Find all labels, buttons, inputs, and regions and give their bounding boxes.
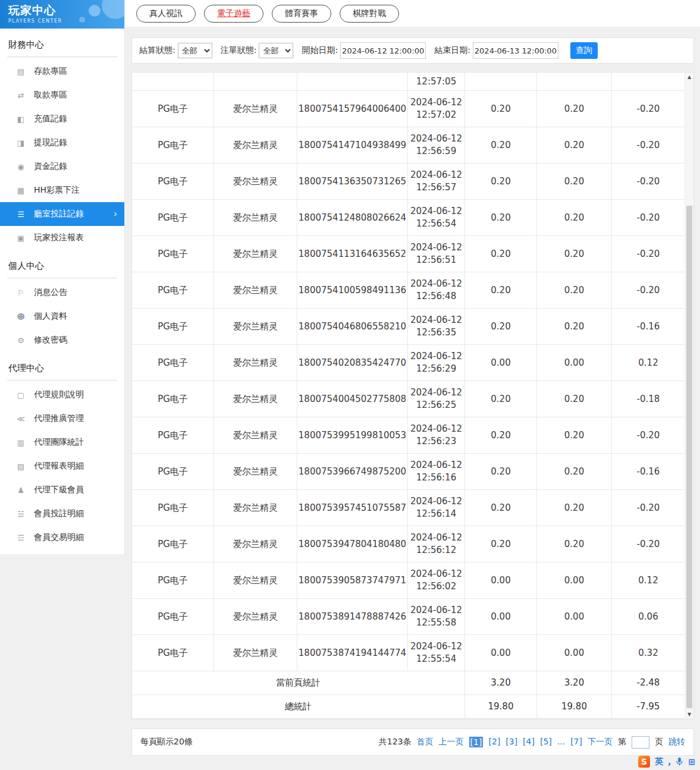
sidebar-item-agent-promotion[interactable]: ≪代理推廣管理	[0, 407, 124, 430]
sidebar-item-agent-rules[interactable]: ▢代理規則說明	[0, 383, 124, 407]
table-row: PG电子爱尔兰精灵18007540045027758082024-06-1212…	[132, 381, 685, 417]
prev-page-link[interactable]: 上一页	[439, 737, 464, 747]
cell-bet-amount: 0.00	[465, 635, 537, 671]
withdrawal-record-icon: ◨	[15, 139, 26, 147]
cell-profit: -0.16	[612, 454, 685, 489]
microphone-icon[interactable]	[676, 757, 683, 766]
sidebar-menu: 財務中心▤存款專區⇄取款專區◧充值記錄◨提現記錄◉資金記錄▦HH彩票下注☰廳室投…	[0, 29, 124, 549]
tab-sports-events[interactable]: 體育賽事	[272, 5, 331, 23]
cell-platform: PG电子	[132, 635, 214, 671]
page-ellipsis: ...	[557, 737, 565, 747]
sidebar-section-agent-center: 代理中心▢代理規則說明≪代理推廣管理▥代理團隊統計▧代理報表明細♟代理下級會員☱…	[0, 352, 124, 549]
cell-platform: PG电子	[132, 236, 214, 272]
sidebar-item-agent-report-detail[interactable]: ▧代理報表明細	[0, 454, 124, 478]
scroll-down-icon[interactable]: ▼	[685, 710, 693, 719]
sidebar-item-label: 個人資料	[34, 311, 67, 322]
sidebar-item-change-password[interactable]: ⚙修改密碼	[0, 328, 124, 352]
page-summary-row: 當前頁統計 3.20 3.20 -2.48	[132, 671, 685, 695]
decor-bubble	[89, 5, 101, 17]
page-summary-valid: 3.20	[537, 671, 612, 694]
sidebar-item-withdrawal-record[interactable]: ◨提現記錄	[0, 131, 124, 155]
jump-before-label: 第	[618, 737, 626, 747]
sidebar-item-label: 代理團隊統計	[34, 437, 84, 448]
sidebar-item-room-bet-record[interactable]: ☰廳室投註記錄›	[0, 202, 124, 226]
cell-game: 爱尔兰精灵	[214, 127, 297, 163]
page-link-5[interactable]: [5]	[540, 737, 552, 747]
cell-valid-amount: 0.20	[537, 381, 612, 417]
sidebar-item-member-bet-detail[interactable]: ☱會員投註明細	[0, 502, 124, 526]
tab-electronic-games[interactable]: 電子遊藝	[204, 5, 263, 23]
sidebar-item-agent-team-stats[interactable]: ▥代理團隊統計	[0, 430, 124, 454]
jump-button[interactable]: 跳转	[668, 737, 685, 747]
start-date-input[interactable]	[340, 42, 426, 59]
cell-valid-amount: 0.20	[537, 309, 612, 344]
page-jump-input[interactable]	[632, 736, 649, 749]
cell-order-number: 1800754046806558210	[297, 309, 408, 344]
sidebar-item-personal-info[interactable]: ☻個人資料	[0, 304, 124, 328]
table-row: PG电子爱尔兰精灵18007541363507312652024-06-1212…	[132, 164, 685, 200]
tab-live-video[interactable]: 真人視訊	[136, 5, 196, 23]
scrollbar-thumb[interactable]	[686, 206, 692, 708]
sidebar-item-label: 會員投註明細	[34, 508, 84, 519]
ime-keyboard-icon[interactable]: ⊞	[688, 757, 695, 766]
cell-valid-amount: 0.20	[537, 272, 612, 308]
sidebar-item-recharge-record[interactable]: ◧充值記錄	[0, 107, 124, 131]
sidebar-item-member-transaction-detail[interactable]: ☲會員交易明細	[0, 526, 124, 549]
ime-punctuation-toggle[interactable]: ,	[668, 757, 671, 766]
cell-bet-amount: 0.20	[465, 381, 537, 417]
cell-bet-amount: 0.00	[465, 599, 537, 634]
page-number-list: [1][2][3][4][5]...[7]	[469, 737, 582, 747]
sidebar-item-label: 資金記錄	[34, 161, 67, 172]
sidebar-item-hh-lottery-bet[interactable]: ▦HH彩票下注	[0, 178, 124, 202]
sidebar-logo: 玩家中心 PLAYERS CENTER	[0, 0, 124, 29]
sidebar-item-player-bet-report[interactable]: ▣玩家投注報表	[0, 226, 124, 250]
deposit-icon: ▤	[15, 67, 26, 76]
cell-order-number: 1800754004502775808	[297, 381, 408, 417]
cell-platform: PG电子	[132, 454, 214, 489]
cell-bet-amount: 0.20	[465, 454, 537, 489]
scroll-up-icon[interactable]: ▲	[685, 73, 693, 81]
page-link-3[interactable]: [3]	[506, 737, 517, 747]
page-summary-profit: -2.48	[612, 671, 685, 694]
page-link-7[interactable]: [7]	[570, 737, 582, 747]
table-row: PG电子爱尔兰精灵18007540208354247702024-06-1212…	[132, 345, 685, 381]
sidebar-item-fund-record[interactable]: ◉資金記錄	[0, 155, 124, 178]
sidebar-item-label: HH彩票下注	[34, 185, 80, 196]
cell-datetime: 2024-06-1212:56:23	[408, 417, 465, 453]
settle-status-select[interactable]: 全部	[178, 43, 212, 58]
cell-bet-amount: 0.20	[465, 164, 537, 199]
share-icon: ≪	[15, 414, 26, 423]
ime-logo-icon[interactable]: S	[638, 756, 650, 768]
ime-language-toggle[interactable]: 英	[655, 756, 663, 767]
room-bet-record-icon: ☰	[15, 210, 26, 219]
cell-bet-amount: 0.20	[465, 490, 537, 526]
sidebar-item-message-notice[interactable]: ⚐消息公告	[0, 281, 124, 304]
table-row: PG电子爱尔兰精灵18007539951998100532024-06-1212…	[132, 417, 685, 454]
cell-datetime: 2024-06-1212:56:54	[408, 200, 465, 235]
end-date-input[interactable]	[473, 42, 558, 59]
cell-order-number: 1800754020835424770	[297, 345, 408, 381]
cell-order-number: 1800753995199810053	[297, 417, 408, 453]
withdraw-icon: ⇄	[15, 91, 26, 100]
cell-datetime: 2024-06-1212:55:54	[408, 635, 465, 671]
sidebar-item-withdraw[interactable]: ⇄取款專區	[0, 83, 124, 107]
page-link-1[interactable]: [1]	[469, 737, 484, 747]
order-status-select[interactable]: 全部	[259, 43, 293, 58]
page-link-2[interactable]: [2]	[488, 737, 500, 747]
page-link-4[interactable]: [4]	[523, 737, 535, 747]
search-button[interactable]: 查詢	[570, 42, 598, 59]
sidebar-item-deposit[interactable]: ▤存款專區	[0, 59, 124, 83]
cell-game: 爱尔兰精灵	[214, 381, 297, 417]
sidebar-item-label: 充值記錄	[34, 114, 67, 124]
cell-datetime: 2024-06-1212:56:59	[408, 127, 465, 163]
cell-datetime: 2024-06-1212:56:48	[408, 272, 465, 308]
tab-board-games[interactable]: 棋牌對戰	[340, 5, 399, 23]
table-row: PG电子爱尔兰精灵18007539478041804802024-06-1212…	[132, 526, 685, 562]
end-date-label: 結束日期:	[434, 45, 470, 56]
next-page-link[interactable]: 下一页	[588, 737, 613, 747]
first-page-link[interactable]: 首页	[417, 737, 434, 747]
pagination-controls: 共123条 首页 上一页 [1][2][3][4][5]...[7] 下一页 第…	[379, 736, 685, 749]
sidebar-item-agent-sub-members[interactable]: ♟代理下級會員	[0, 478, 124, 502]
cell-valid-amount: 0.20	[537, 127, 612, 163]
cell-order-number: 1800754124808026624	[297, 200, 408, 235]
